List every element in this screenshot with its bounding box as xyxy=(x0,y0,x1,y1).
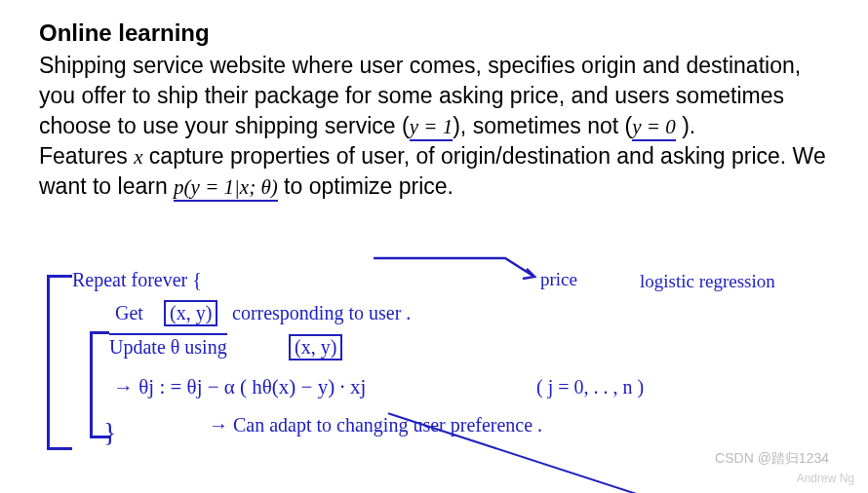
p2-text-1: Features xyxy=(39,143,134,169)
arrow-to-price xyxy=(369,253,564,288)
hw-repeat-forever: Repeat forever { xyxy=(72,269,202,291)
hw-price-label: price xyxy=(540,269,577,290)
paragraph-2: Features x capture properties of user, o… xyxy=(39,141,829,202)
math-y-equals-1: y = 1 xyxy=(410,115,454,141)
hw-logistic-regression: logistic regression xyxy=(640,271,775,292)
hw-update: Update θ using xyxy=(109,336,227,359)
p1-text-2: ), sometimes not ( xyxy=(453,113,632,138)
hw-corresponding: corresponding to user . xyxy=(232,302,411,324)
hw-xy-box-1: (x, y) xyxy=(164,300,217,326)
hw-close-brace: } xyxy=(103,417,116,448)
hw-update-text: Update θ using xyxy=(109,333,227,358)
p2-text-3: to optimize price. xyxy=(278,173,454,199)
hw-can-adapt: → Can adapt to changing user preference … xyxy=(209,414,542,436)
watermark-csdn: CSDN @踏归1234 xyxy=(715,450,829,468)
algorithm-bracket-outer xyxy=(47,275,72,450)
paragraph-1: Shipping service website where user come… xyxy=(39,51,829,141)
watermark-author: Andrew Ng xyxy=(797,472,854,485)
math-probability: p(y = 1|x; θ) xyxy=(174,175,278,202)
p1-text-3: ). xyxy=(676,113,695,138)
hw-gradient-update: → θj : = θj − α ( hθ(x) − y) · xj xyxy=(113,375,366,399)
hw-get: Get xyxy=(115,302,143,324)
slide-heading: Online learning xyxy=(39,19,829,47)
math-y-equals-0: y = 0 xyxy=(632,115,676,141)
hw-j-range: ( j = 0, . . , n ) xyxy=(536,376,644,398)
hw-xy-box-2: (x, y) xyxy=(289,334,342,360)
